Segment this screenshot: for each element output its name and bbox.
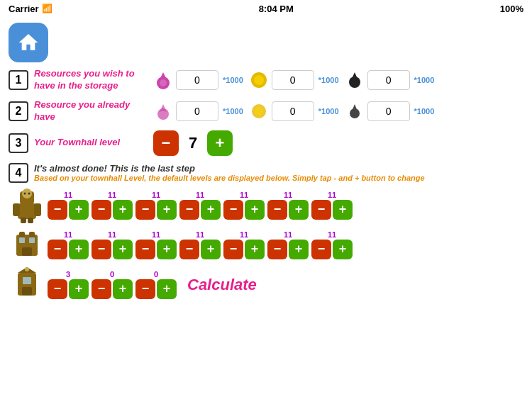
b2u7-minus[interactable]: − [311,240,331,259]
step2-label: Resource you already have [34,99,148,123]
step1-dark-input[interactable] [367,70,410,90]
b2u2-minus[interactable]: − [92,240,111,259]
b2u3-plus[interactable]: + [157,240,177,259]
step2-elixir-multiplier: *1000 [223,107,243,116]
step1-elixir-input[interactable] [176,70,218,90]
svg-point-10 [22,189,32,198]
svg-rect-23 [29,237,35,243]
b2u5-plus[interactable]: + [245,240,265,259]
b1u7-plus[interactable]: + [333,200,353,220]
building2-icon [9,227,45,264]
b1u1-minus[interactable]: − [48,200,67,220]
b3u1-minus[interactable]: − [48,279,67,299]
townhall-minus-button[interactable]: − [153,130,179,156]
step4-number: 4 [9,163,28,183]
step1-label: Resources you wish to have in the storag… [34,68,148,92]
svg-point-28 [25,267,29,271]
step1-gold-input[interactable] [272,70,314,90]
b2u1-plus[interactable]: + [69,240,89,259]
b1u1-plus[interactable]: + [69,200,89,220]
calculate-button[interactable]: Calculate [187,276,257,294]
b2u4-plus[interactable]: + [201,240,221,259]
b2u5-minus[interactable]: − [223,240,243,259]
building3-level-unit-3: 0 − + [135,271,177,299]
building2-level-unit-3: 11 − + [135,231,177,259]
b1u6-minus[interactable]: − [267,200,287,220]
b2u2-plus[interactable]: + [113,240,133,259]
step2-gold-group: *1000 [249,101,339,121]
step2-gold-input[interactable] [272,101,314,121]
step2-row: 2 Resource you already have *1000 * [9,99,523,123]
step2-number: 2 [9,101,28,121]
building2-level-unit-2: 11 − + [92,231,133,259]
b1u4-plus[interactable]: + [201,200,221,220]
b3u3-plus[interactable]: + [157,279,177,299]
step1-dark-group: *1000 [345,70,435,90]
b3u3-minus[interactable]: − [135,279,155,299]
building2-level-unit-1: 11 − + [48,231,89,259]
building3-level-unit-2: 0 − + [92,271,133,299]
step2-gold-multiplier: *1000 [318,107,339,116]
step2-dark-input[interactable] [367,101,410,121]
townhall-plus-button[interactable]: + [207,130,233,156]
building-row-3: 3 − + 0 − + 0 − + Calculate [9,266,523,303]
b3u2-minus[interactable]: − [92,279,111,299]
b3u2-plus[interactable]: + [113,279,133,299]
step1-elixir-group: *1000 [153,70,243,90]
b2u3-minus[interactable]: − [135,240,155,259]
main-content: 1 Resources you wish to have in the stor… [0,68,532,303]
b2u7-plus[interactable]: + [333,240,353,259]
time-display: 8:04 PM [259,4,294,14]
step1-gold-multiplier: *1000 [318,76,339,84]
b2u1-minus[interactable]: − [48,240,67,259]
townhall-controls: − 7 + [153,130,233,156]
status-bar: Carrier 📶 8:04 PM 100% [0,0,532,17]
b2u6-minus[interactable]: − [267,240,287,259]
step2-dark-group: *1000 [345,101,435,121]
building1-level-unit-5: 11 − + [223,191,265,220]
b1u5-minus[interactable]: − [223,200,243,220]
home-icon [17,31,40,54]
step1-dark-multiplier: *1000 [414,76,435,84]
b2u4-minus[interactable]: − [179,240,199,259]
step2-elixir-icon [153,101,173,121]
gold-icon [249,70,269,90]
b1u6-plus[interactable]: + [289,200,309,220]
building-row-2: 11 − + 11 − + 11 − + [9,227,523,264]
svg-rect-21 [22,247,32,256]
b1u2-plus[interactable]: + [113,200,133,220]
step2-dark-icon [345,101,365,121]
step3-number: 3 [9,133,28,153]
building1-icon [9,187,45,224]
step1-elixir-multiplier: *1000 [223,76,243,84]
building2-level-unit-7: 11 − + [311,231,353,259]
step4-row: 4 It's almost done! This is the last ste… [9,163,523,183]
building1-level-unit-4: 11 − + [179,191,221,220]
home-button[interactable] [9,23,48,62]
b1u5-plus[interactable]: + [245,200,265,220]
b2u6-plus[interactable]: + [289,240,309,259]
b3u1-plus[interactable]: + [69,279,89,299]
dark-elixir-icon [345,70,365,90]
building1-level-unit-2: 11 − + [92,191,133,220]
building2-level-unit-5: 11 − + [223,231,265,259]
b1u3-plus[interactable]: + [157,200,177,220]
svg-point-7 [255,107,263,116]
step1-number: 1 [9,70,28,90]
svg-rect-27 [23,277,31,284]
building1-level-unit-6: 11 − + [267,191,309,220]
step3-row: 3 Your Townhall level − 7 + [9,130,523,156]
b1u7-minus[interactable]: − [311,200,331,220]
building1-level-unit-1: 11 − + [48,191,89,220]
b1u3-minus[interactable]: − [135,200,155,220]
step2-elixir-input[interactable] [176,101,218,121]
status-left: Carrier 📶 [9,4,52,14]
b1u4-minus[interactable]: − [179,200,199,220]
step2-gold-icon [249,101,269,121]
step2-elixir-group: *1000 [153,101,243,121]
step1-row: 1 Resources you wish to have in the stor… [9,68,523,92]
townhall-level-display: 7 [184,134,201,152]
buildings-section: 11 − + 11 − + 11 − + [9,187,523,303]
svg-rect-22 [19,237,25,243]
b1u2-minus[interactable]: − [92,200,111,220]
